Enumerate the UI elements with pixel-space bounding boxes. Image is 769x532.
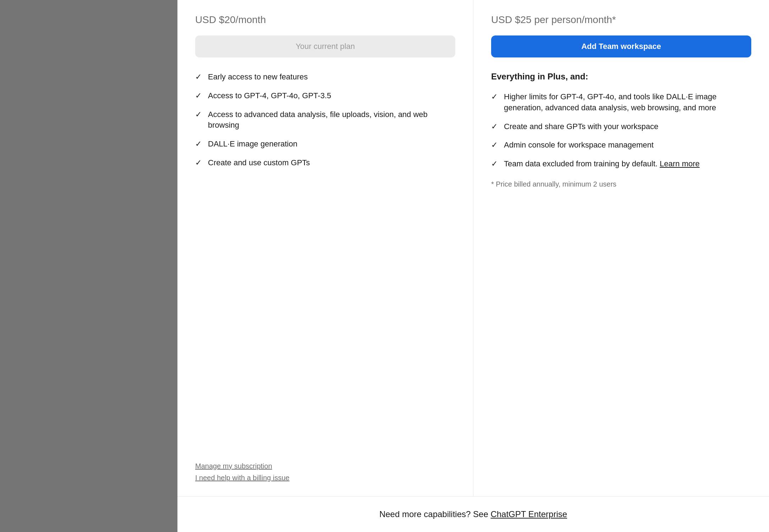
pricing-modal: USD $20/month Your current plan ✓ Early … <box>177 0 769 532</box>
feature-text: Admin console for workspace management <box>504 140 654 151</box>
list-item: ✓ Access to advanced data analysis, file… <box>195 109 455 131</box>
team-features-heading: Everything in Plus, and: <box>491 72 751 82</box>
feature-text: Create and use custom GPTs <box>208 157 310 168</box>
list-item: ✓ DALL·E image generation <box>195 139 455 150</box>
left-gray-background <box>0 0 177 532</box>
feature-text: Team data excluded from training by defa… <box>504 159 700 170</box>
check-icon: ✓ <box>195 158 202 167</box>
learn-more-link[interactable]: Learn more <box>660 159 700 168</box>
list-item: ✓ Team data excluded from training by de… <box>491 159 751 170</box>
check-icon: ✓ <box>491 122 498 131</box>
current-plan-button: Your current plan <box>195 35 455 57</box>
feature-text: Higher limits for GPT-4, GPT-4o, and too… <box>504 92 751 113</box>
list-item: ✓ Create and use custom GPTs <box>195 157 455 168</box>
plus-price: USD $20/month <box>195 14 455 26</box>
list-item: ✓ Higher limits for GPT-4, GPT-4o, and t… <box>491 92 751 113</box>
plus-feature-list: ✓ Early access to new features ✓ Access … <box>195 72 455 168</box>
check-icon: ✓ <box>195 139 202 149</box>
team-price: USD $25 per person/month* <box>491 14 751 26</box>
price-note: * Price billed annually, minimum 2 users <box>491 180 751 188</box>
list-item: ✓ Access to GPT-4, GPT-4o, GPT-3.5 <box>195 90 455 101</box>
plus-plan-column: USD $20/month Your current plan ✓ Early … <box>177 0 473 496</box>
check-icon: ✓ <box>195 72 202 82</box>
check-icon: ✓ <box>491 92 498 101</box>
plans-wrapper: USD $20/month Your current plan ✓ Early … <box>177 0 769 496</box>
team-feature-list: ✓ Higher limits for GPT-4, GPT-4o, and t… <box>491 92 751 170</box>
feature-text: Access to GPT-4, GPT-4o, GPT-3.5 <box>208 90 331 101</box>
check-icon: ✓ <box>195 91 202 100</box>
footer-bar: Need more capabilities? See ChatGPT Ente… <box>177 496 769 532</box>
billing-issue-link[interactable]: I need help with a billing issue <box>195 474 290 482</box>
feature-text: Early access to new features <box>208 72 308 83</box>
add-team-button[interactable]: Add Team workspace <box>491 35 751 57</box>
manage-subscription-link[interactable]: Manage my subscription <box>195 462 272 470</box>
bottom-links: Manage my subscription I need help with … <box>195 448 455 482</box>
check-icon: ✓ <box>491 140 498 150</box>
list-item: ✓ Early access to new features <box>195 72 455 83</box>
enterprise-link[interactable]: ChatGPT Enterprise <box>490 509 567 519</box>
check-icon: ✓ <box>491 159 498 168</box>
check-icon: ✓ <box>195 110 202 119</box>
list-item: ✓ Admin console for workspace management <box>491 140 751 151</box>
team-data-text: Team data excluded from training by defa… <box>504 159 660 168</box>
feature-text: DALL·E image generation <box>208 139 297 150</box>
feature-text: Create and share GPTs with your workspac… <box>504 121 658 132</box>
list-item: ✓ Create and share GPTs with your worksp… <box>491 121 751 132</box>
footer-text: Need more capabilities? See <box>379 509 491 519</box>
team-plan-column: USD $25 per person/month* Add Team works… <box>473 0 769 496</box>
feature-text: Access to advanced data analysis, file u… <box>208 109 455 131</box>
